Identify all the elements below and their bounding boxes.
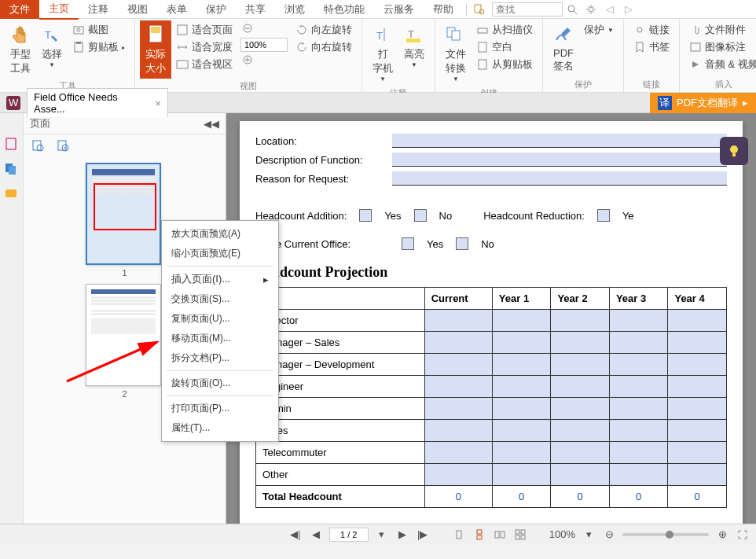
- hand-tool-button[interactable]: 手型 工具: [5, 20, 36, 79]
- zoom-dropdown-icon[interactable]: ▾: [582, 528, 596, 542]
- pdf-sign-button[interactable]: PDF 签名: [548, 20, 579, 76]
- next-page-button[interactable]: ▶: [395, 528, 409, 542]
- svg-point-44: [730, 145, 738, 153]
- prev-page-button[interactable]: ◀: [309, 528, 323, 542]
- menu-share[interactable]: 共享: [236, 0, 275, 19]
- link-button[interactable]: 链接: [632, 22, 671, 38]
- from-scanner-button[interactable]: 从扫描仪: [475, 22, 534, 38]
- svg-rect-37: [6, 189, 17, 197]
- search-input[interactable]: [492, 2, 563, 17]
- ctx-move-page[interactable]: 移动页面(M)...: [162, 329, 278, 348]
- menu-browse[interactable]: 浏览: [275, 0, 314, 19]
- comments-panel-icon[interactable]: [4, 187, 20, 203]
- zoom-input[interactable]: [240, 38, 288, 52]
- close-icon[interactable]: ×: [155, 97, 161, 109]
- page-input[interactable]: [329, 528, 369, 542]
- protect-button[interactable]: 保护▼: [582, 22, 615, 38]
- zoom-in-button[interactable]: [240, 53, 288, 68]
- table-row: Telecommuter: [256, 442, 727, 464]
- zoom-out-button[interactable]: [240, 22, 288, 36]
- actual-size-button[interactable]: 实际 大小: [140, 20, 171, 79]
- menu-features[interactable]: 特色功能: [314, 0, 374, 19]
- menu-file[interactable]: 文件: [0, 0, 39, 19]
- view-continuous-icon[interactable]: [472, 528, 486, 542]
- bookmark-button[interactable]: 书签: [632, 39, 671, 55]
- bookmarks-panel-icon[interactable]: [4, 137, 20, 153]
- menu-form[interactable]: 表单: [157, 0, 196, 19]
- thumbnail-zoom-icon[interactable]: [57, 139, 69, 152]
- menu-help[interactable]: 帮助: [424, 0, 463, 19]
- file-convert-button[interactable]: 文件 转换▼: [440, 20, 472, 86]
- search-icon[interactable]: [564, 2, 580, 17]
- zoom-in-icon[interactable]: ⊕: [715, 528, 729, 542]
- select-button[interactable]: T选择▼: [36, 20, 68, 72]
- zoom-slider[interactable]: [622, 533, 709, 536]
- field-location[interactable]: [392, 134, 727, 148]
- menu-annotate[interactable]: 注释: [79, 0, 118, 19]
- typewriter-button[interactable]: T打 字机▼: [367, 20, 398, 86]
- checkbox-hc-add-no[interactable]: [414, 209, 427, 222]
- checkbox-close-yes[interactable]: [402, 237, 414, 250]
- thumbnail-icon[interactable]: [31, 139, 44, 152]
- fit-view-button[interactable]: 适合视区: [174, 57, 234, 72]
- screenshot-button[interactable]: 截图: [71, 22, 127, 38]
- field-description[interactable]: [392, 153, 727, 167]
- svg-rect-13: [177, 61, 188, 68]
- fit-page-button[interactable]: 适合页面: [174, 22, 234, 38]
- from-clipboard-button[interactable]: 从剪贴板: [475, 57, 534, 72]
- ctx-swap-page[interactable]: 交换页面(S)...: [162, 289, 278, 309]
- find-icon[interactable]: [472, 2, 487, 17]
- checkbox-hc-red-yes[interactable]: [597, 209, 610, 222]
- page-thumbnail-2[interactable]: 2: [86, 284, 164, 399]
- checkbox-close-no[interactable]: [456, 237, 468, 250]
- thumb-number: 2: [86, 389, 164, 399]
- menu-cloud[interactable]: 云服务: [374, 0, 424, 19]
- zoom-out-icon[interactable]: ⊖: [602, 528, 616, 542]
- ctx-properties[interactable]: 属性(T)...: [162, 418, 278, 438]
- ctx-split-doc[interactable]: 拆分文档(P)...: [162, 348, 278, 368]
- rotate-left-button[interactable]: 向左旋转: [294, 22, 354, 38]
- highlight-button[interactable]: T高亮▼: [398, 20, 430, 72]
- view-facing-icon[interactable]: [493, 528, 507, 542]
- ctx-zoom-in[interactable]: 放大页面预览(A): [162, 224, 278, 244]
- ctx-copy-page[interactable]: 复制页面(U)...: [162, 309, 278, 329]
- checkbox-hc-add-yes[interactable]: [359, 209, 372, 222]
- hint-bulb-button[interactable]: [720, 137, 748, 165]
- nav-next-icon[interactable]: ▷: [621, 2, 637, 17]
- view-single-icon[interactable]: [452, 528, 466, 542]
- audio-video-button[interactable]: 音频 & 视频: [688, 57, 756, 72]
- ctx-print-page[interactable]: 打印页面(P)...: [162, 399, 278, 418]
- menu-view[interactable]: 视图: [118, 0, 157, 19]
- last-page-button[interactable]: |▶: [416, 528, 430, 542]
- attachment-button[interactable]: 文件附件: [688, 22, 756, 38]
- pdf-translate-button[interactable]: 译 PDF文档翻译▸: [650, 93, 756, 113]
- pages-panel-icon[interactable]: [4, 162, 20, 178]
- tab-title: Field Office Needs Asse...: [34, 91, 149, 115]
- svg-text:T: T: [376, 30, 383, 42]
- ctx-zoom-out[interactable]: 缩小页面预览(E): [162, 244, 278, 263]
- clipboard-button[interactable]: 剪贴板▸: [71, 39, 127, 55]
- ctx-rotate-page[interactable]: 旋转页面(O)...: [162, 373, 278, 393]
- menu-protect[interactable]: 保护: [196, 0, 236, 19]
- page-thumbnail-1[interactable]: 1: [86, 163, 164, 278]
- document-tab[interactable]: Field Office Needs Asse... ×: [27, 88, 168, 117]
- field-reason[interactable]: [392, 171, 727, 186]
- panel-collapse-icon[interactable]: ◀◀: [204, 118, 219, 130]
- blank-button[interactable]: 空白: [475, 39, 534, 55]
- svg-rect-49: [495, 531, 499, 538]
- fullscreen-icon[interactable]: [736, 528, 750, 542]
- image-annot-button[interactable]: 图像标注: [688, 39, 756, 55]
- ctx-insert-page[interactable]: 插入页面(I)...▸: [162, 269, 278, 289]
- protect-group-label: 保护: [574, 79, 592, 90]
- fit-width-button[interactable]: 适合宽度: [174, 39, 234, 55]
- page-dropdown-icon[interactable]: ▾: [375, 528, 389, 542]
- nav-prev-icon[interactable]: ◁: [602, 2, 618, 17]
- svg-text:W: W: [9, 97, 19, 108]
- svg-rect-36: [9, 166, 16, 175]
- gear-icon[interactable]: [583, 2, 599, 17]
- menu-home[interactable]: 主页: [39, 0, 79, 20]
- table-row: Manager – Sales: [256, 332, 727, 354]
- rotate-right-button[interactable]: 向右旋转: [294, 39, 354, 55]
- view-continuous-facing-icon[interactable]: [513, 528, 527, 542]
- first-page-button[interactable]: ◀|: [288, 528, 303, 542]
